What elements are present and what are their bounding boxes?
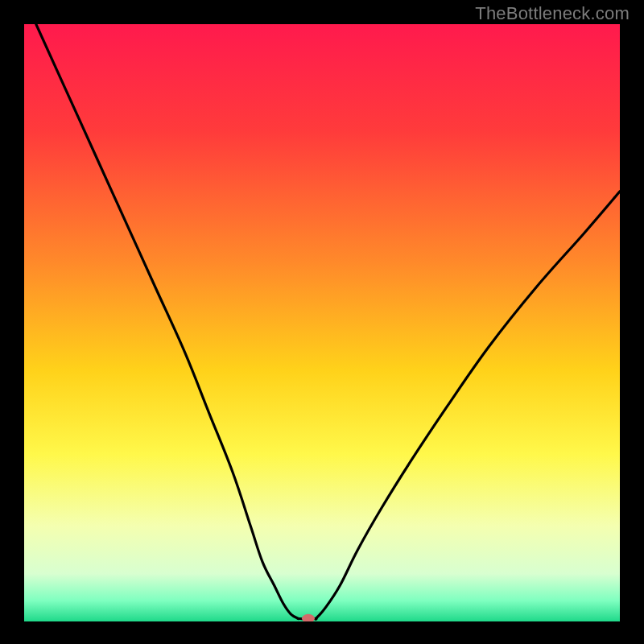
chart-frame: TheBottleneck.com xyxy=(0,0,644,644)
plot-area xyxy=(24,24,620,621)
chart-svg xyxy=(24,24,620,621)
watermark-text: TheBottleneck.com xyxy=(475,3,630,24)
gradient-background xyxy=(24,24,620,621)
